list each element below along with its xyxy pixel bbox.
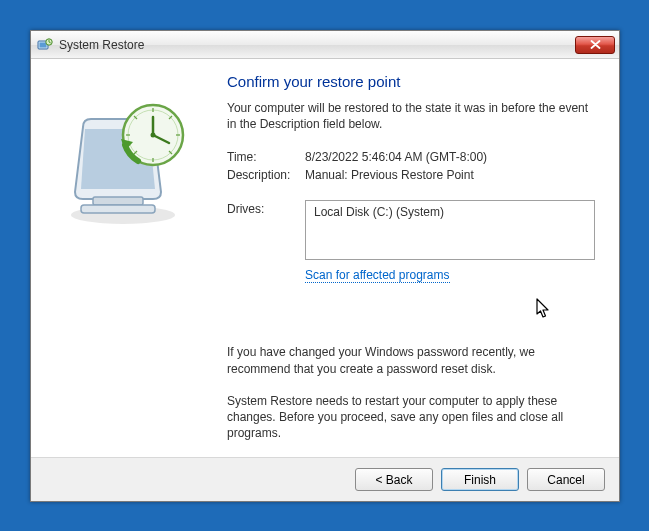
svg-rect-5 (81, 205, 155, 213)
svg-rect-1 (40, 42, 47, 47)
button-bar: < Back Finish Cancel (31, 457, 619, 501)
time-value: 8/23/2022 5:46:04 AM (GMT-8:00) (305, 150, 487, 164)
system-restore-illustration (53, 97, 203, 237)
back-button[interactable]: < Back (355, 468, 433, 491)
password-note: If you have changed your Windows passwor… (227, 344, 595, 376)
time-label: Time: (227, 150, 305, 164)
drives-label: Drives: (227, 200, 305, 260)
illustration-column (53, 71, 223, 457)
description-value: Manual: Previous Restore Point (305, 168, 474, 182)
page-description: Your computer will be restored to the st… (227, 100, 595, 132)
svg-point-18 (151, 133, 156, 138)
titlebar[interactable]: System Restore (31, 31, 619, 59)
description-label: Description: (227, 168, 305, 182)
cancel-button[interactable]: Cancel (527, 468, 605, 491)
svg-rect-4 (93, 197, 143, 205)
scan-link-row: Scan for affected programs (305, 268, 595, 282)
restart-note: System Restore needs to restart your com… (227, 393, 595, 442)
main-column: Confirm your restore point Your computer… (223, 71, 595, 457)
time-row: Time: 8/23/2022 5:46:04 AM (GMT-8:00) (227, 150, 595, 164)
system-restore-window: System Restore (30, 30, 620, 502)
content-area: Confirm your restore point Your computer… (31, 59, 619, 457)
drives-row: Drives: Local Disk (C:) (System) (227, 200, 595, 260)
close-button[interactable] (575, 36, 615, 54)
finish-button[interactable]: Finish (441, 468, 519, 491)
description-row: Description: Manual: Previous Restore Po… (227, 168, 595, 182)
system-restore-icon (37, 37, 53, 53)
page-heading: Confirm your restore point (227, 73, 595, 90)
drives-listbox[interactable]: Local Disk (C:) (System) (305, 200, 595, 260)
scan-affected-programs-link[interactable]: Scan for affected programs (305, 268, 450, 283)
window-title: System Restore (59, 38, 575, 52)
drive-item[interactable]: Local Disk (C:) (System) (314, 205, 586, 219)
